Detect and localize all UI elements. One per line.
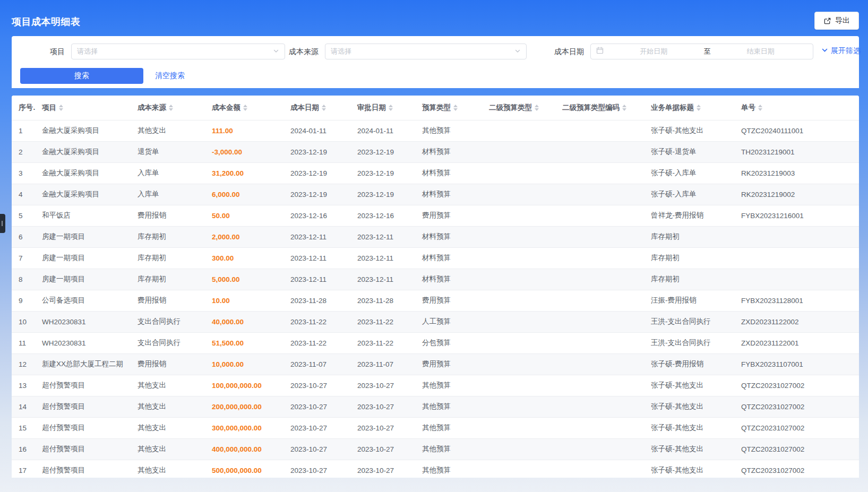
table-cell: [555, 332, 644, 353]
table-cell: 2023-11-22: [350, 332, 415, 353]
table-cell: 材料预算: [415, 226, 482, 247]
expand-filters-link[interactable]: 展开筛选: [821, 46, 861, 56]
table-cell: [482, 311, 555, 332]
sort-caret-icon[interactable]: [622, 105, 626, 111]
table-row: 5和平饭店费用报销50.002023-12-162023-12-16费用预算曾祥…: [12, 205, 859, 226]
table-cell: QTZC20240111001: [734, 120, 859, 141]
sort-caret-icon[interactable]: [389, 105, 393, 111]
sidebar-drawer-handle[interactable]: [0, 214, 5, 233]
table-row: 13超付预警项目其他支出100,000,000.002023-10-272023…: [12, 375, 859, 396]
table-cell: 费用报销: [131, 290, 205, 311]
sort-caret-icon[interactable]: [453, 105, 458, 111]
table-header-row: 序号项目成本来源成本金额成本日期审批日期预算类型二级预算类型二级预算类型编码业务…: [12, 96, 859, 120]
table-cell: 房建一期项目: [35, 226, 131, 247]
table-cell: 2023-10-27: [350, 460, 415, 478]
table-cell: 其他预算: [415, 396, 482, 417]
table-cell: 张子硕-其他支出: [644, 438, 734, 460]
filter-actions-row: 搜索 清空搜索: [12, 68, 859, 84]
table-cell: 2023-10-27: [350, 396, 415, 417]
cost-amount-cell: 2,000.00: [205, 226, 283, 247]
sort-caret-icon[interactable]: [758, 105, 762, 111]
table-cell: [555, 247, 644, 269]
column-header[interactable]: 项目: [35, 96, 131, 120]
table-cell: 2023-11-07: [283, 353, 350, 375]
sort-caret-icon[interactable]: [697, 105, 701, 111]
table-cell: TH20231219001: [734, 141, 859, 162]
table-cell: 2023-12-19: [283, 162, 350, 184]
project-select[interactable]: 请选择: [71, 44, 285, 59]
table-cell: 张子硕-退货单: [644, 141, 734, 162]
table-cell: 超付预警项目: [35, 417, 131, 438]
table-cell: 2023-10-27: [350, 417, 415, 438]
sort-caret-icon[interactable]: [535, 105, 539, 111]
table-cell: 王洪-支出合同执行: [644, 311, 734, 332]
column-header[interactable]: 审批日期: [350, 96, 415, 120]
table-cell: 2023-12-19: [350, 162, 415, 184]
sort-caret-icon[interactable]: [322, 105, 326, 111]
export-button[interactable]: 导出: [814, 12, 859, 30]
column-header[interactable]: 二级预算类型: [482, 96, 555, 120]
table-cell: 其他预算: [415, 120, 482, 141]
table-cell: 张子硕-入库单: [644, 162, 734, 184]
table-cell: 2023-10-27: [283, 396, 350, 417]
search-button[interactable]: 搜索: [20, 68, 143, 84]
table-cell: QTZC20231027002: [734, 417, 859, 438]
page-title: 项目成本明细表: [12, 15, 81, 28]
table-cell: ZXD20231122002: [734, 311, 859, 332]
table-cell: 支出合同执行: [131, 311, 205, 332]
table-cell: 12: [12, 353, 35, 375]
sort-caret-icon[interactable]: [243, 105, 247, 111]
column-header-label: 单号: [741, 103, 755, 113]
table-cell: 11: [12, 332, 35, 353]
table-cell: 2023-12-11: [350, 226, 415, 247]
table-cell: 张子硕-其他支出: [644, 120, 734, 141]
column-header[interactable]: 二级预算类型编码: [555, 96, 644, 120]
table-cell: 2023-11-07: [350, 353, 415, 375]
table-cell: [555, 353, 644, 375]
end-date-input[interactable]: 结束日期: [714, 47, 808, 56]
table-cell: [482, 417, 555, 438]
column-header: 序号: [12, 96, 35, 120]
table-cell: 2023-11-28: [350, 290, 415, 311]
table-cell: 费用预算: [415, 353, 482, 375]
table-cell: 4: [12, 184, 35, 205]
filter-row: 项目 请选择 成本来源 请选择 成本日期 开始日期 至 结束日期: [12, 44, 859, 61]
table-cell: [482, 375, 555, 396]
cost-source-select[interactable]: 请选择: [325, 44, 527, 59]
table-cell: 库存期初: [644, 226, 734, 247]
table-cell: 费用报销: [131, 205, 205, 226]
clear-search-link[interactable]: 清空搜索: [155, 71, 185, 81]
table-cell: 2023-12-19: [350, 184, 415, 205]
cost-amount-cell: 300.00: [205, 247, 283, 269]
column-header[interactable]: 成本金额: [205, 96, 283, 120]
column-header-label: 审批日期: [357, 103, 386, 113]
table-cell: 张子硕-其他支出: [644, 417, 734, 438]
table-cell: 材料预算: [415, 141, 482, 162]
table-cell: [482, 396, 555, 417]
table-cell: 房建一期项目: [35, 247, 131, 269]
table-cell: 汪振-费用报销: [644, 290, 734, 311]
column-header[interactable]: 预算类型: [415, 96, 482, 120]
table-cell: 材料预算: [415, 162, 482, 184]
table-cell: 金融大厦采购项目: [35, 141, 131, 162]
column-header[interactable]: 业务单据标题: [644, 96, 734, 120]
cost-date-range-picker[interactable]: 开始日期 至 结束日期: [590, 44, 813, 59]
table-cell: [555, 120, 644, 141]
sort-caret-icon[interactable]: [59, 105, 63, 111]
table-cell: 15: [12, 417, 35, 438]
table-cell: 其他支出: [131, 396, 205, 417]
sort-caret-icon[interactable]: [169, 105, 173, 111]
table-cell: 2024-01-11: [350, 120, 415, 141]
column-header[interactable]: 成本日期: [283, 96, 350, 120]
table-cell: FYBX20231128001: [734, 290, 859, 311]
table-cell: QTZC20231027002: [734, 460, 859, 478]
column-header[interactable]: 成本来源: [131, 96, 205, 120]
expand-filters-label: 展开筛选: [831, 46, 861, 56]
start-date-input[interactable]: 开始日期: [607, 47, 701, 56]
column-header[interactable]: 单号: [734, 96, 859, 120]
date-range-separator: 至: [704, 47, 711, 56]
table-cell: 金融大厦采购项目: [35, 162, 131, 184]
table-cell: 库存期初: [131, 269, 205, 290]
table-cell: 入库单: [131, 162, 205, 184]
table-cell: 王洪-支出合同执行: [644, 332, 734, 353]
